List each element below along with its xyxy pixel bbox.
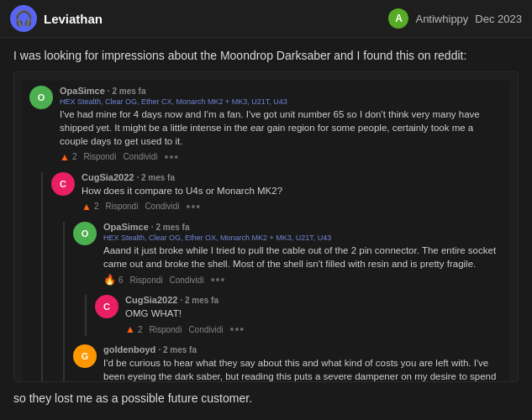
content-area: I was looking for impressions about the …: [0, 38, 532, 417]
comment-body-c2: CugSia2022 · 2 mes fa How does it compar…: [82, 172, 503, 213]
comment-actions-c1: ▲ 2 Rispondi Condividi •••: [60, 150, 503, 164]
channel-title: Leviathan: [44, 12, 382, 26]
intro-text: I was looking for impressions about the …: [13, 49, 466, 62]
reply-c2[interactable]: Rispondi: [105, 202, 138, 211]
condividi-c1[interactable]: Condividi: [123, 152, 157, 161]
comment-text-c4: OMG WHAT!: [125, 307, 503, 320]
username: Antiwhippy: [415, 13, 468, 25]
comment-1: O OpaSimce · 2 mes fa HEX Stealth, Clear…: [29, 86, 503, 164]
comment-user-c3: OpaSimce · 2 mes fa: [103, 222, 503, 232]
comment-text-c1: I've had mine for 4 days now and I'm a f…: [60, 108, 503, 148]
comment-4-wrapper: C CugSia2022 · 2 mes fa OMG WHAT! ▲ 2 Ri…: [85, 295, 503, 336]
avatar-c1: O: [29, 86, 53, 109]
more-c1[interactable]: •••: [165, 150, 180, 164]
comment-user-c2: CugSia2022 · 2 mes fa: [82, 172, 503, 182]
comment-actions-c3: 🔥 6 Rispondi Condividi •••: [103, 273, 503, 286]
comment-body-c3: OpaSimce · 2 mes fa HEX Stealth, Clear O…: [103, 222, 503, 286]
avatar-c5: G: [73, 344, 97, 368]
comment-text-c3: Aaand it just broke while I tried to pul…: [103, 244, 503, 270]
comment-4: C CugSia2022 · 2 mes fa OMG WHAT! ▲ 2 Ri…: [95, 295, 503, 336]
post-date: Dec 2023: [475, 13, 522, 25]
comment-tags-c3: HEX Stealth, Clear OG, Ether OX, Monarch…: [103, 234, 503, 242]
channel-avatar: 🎧: [10, 5, 37, 32]
header: 🎧 Leviathan A Antiwhippy Dec 2023: [0, 0, 532, 38]
condividi-c3[interactable]: Condividi: [169, 276, 203, 285]
avatar-c3: O: [73, 222, 97, 245]
comment-body-c1: OpaSimce · 2 mes fa HEX Stealth, Clear O…: [60, 86, 503, 164]
condividi-c4[interactable]: Condividi: [188, 325, 223, 334]
reply-c1[interactable]: Rispondi: [83, 152, 116, 161]
comment-actions-c4: ▲ 2 Rispondi Condividi •••: [125, 323, 503, 336]
avatar-c4: C: [95, 295, 119, 318]
upvote-c3[interactable]: 🔥 6: [103, 274, 124, 286]
comment-body-c5: goldenboyd · 2 mes fa I'd be curious to …: [103, 344, 503, 381]
more-c3[interactable]: •••: [211, 273, 226, 286]
comment-user-c5: goldenboyd · 2 mes fa: [103, 344, 503, 354]
comment-3: O OpaSimce · 2 mes fa HEX Stealth, Clear…: [73, 222, 503, 286]
comment-body-c4: CugSia2022 · 2 mes fa OMG WHAT! ▲ 2 Risp…: [125, 295, 503, 336]
reply-c4[interactable]: Rispondi: [149, 325, 182, 334]
comment-tags-c1: HEX Stealth, Clear OG, Ether CX, Monarch…: [60, 97, 503, 106]
more-c2[interactable]: •••: [187, 200, 202, 213]
post-footer: so they lost me as a possible future cus…: [13, 391, 519, 407]
comment-user-c4: CugSia2022 · 2 mes fa: [125, 295, 503, 305]
header-right: A Antiwhippy Dec 2023: [388, 8, 522, 29]
avatar-c2: C: [51, 172, 75, 196]
user-avatar: A: [388, 8, 408, 29]
comment-user-c1: OpaSimce · 2 mes fa: [60, 86, 503, 96]
reply-c3[interactable]: Rispondi: [130, 276, 163, 285]
reddit-embed: O OpaSimce · 2 mes fa HEX Stealth, Clear…: [13, 71, 519, 382]
upvote-c4[interactable]: ▲ 2: [125, 323, 142, 335]
condividi-c2[interactable]: Condividi: [145, 202, 179, 211]
embed-inner: O OpaSimce · 2 mes fa HEX Stealth, Clear…: [23, 81, 509, 382]
upvote-c1[interactable]: ▲ 2: [60, 151, 76, 163]
upvote-c2[interactable]: ▲ 2: [82, 201, 98, 213]
more-c4[interactable]: •••: [230, 323, 245, 336]
comment-actions-c2: ▲ 2 Rispondi Condividi •••: [82, 200, 503, 213]
footer-text: so they lost me as a possible future cus…: [13, 391, 252, 405]
comment-text-c2: How does it compare to U4s or Monarch MK…: [82, 184, 503, 197]
comment-2-wrapper: C CugSia2022 · 2 mes fa How does it comp…: [41, 172, 503, 382]
comment-5: G goldenboyd · 2 mes fa I'd be curious t…: [73, 344, 503, 381]
post-intro: I was looking for impressions about the …: [13, 48, 519, 65]
comment-text-c5: I'd be curious to hear what they say abo…: [103, 356, 503, 381]
comment-3-wrapper: O OpaSimce · 2 mes fa HEX Stealth, Clear…: [63, 222, 503, 382]
comment-2: C CugSia2022 · 2 mes fa How does it comp…: [51, 172, 503, 213]
